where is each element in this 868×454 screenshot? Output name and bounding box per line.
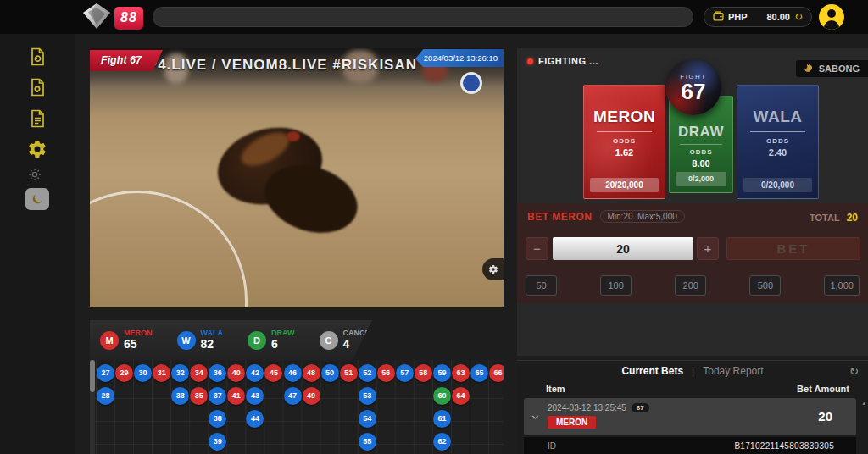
stat-count: 82 <box>201 338 224 351</box>
settings-gear-icon[interactable] <box>27 139 47 159</box>
currency-wallet[interactable]: PHP 80.00 ↻ <box>704 7 812 27</box>
bet-amount-input[interactable] <box>553 237 693 260</box>
avatar-head <box>827 9 836 18</box>
stat-cancel: CCANCEL4 <box>320 329 376 351</box>
result-circle-47: 47 <box>284 387 302 405</box>
result-circle-39: 39 <box>209 433 226 451</box>
result-circle-34: 34 <box>190 364 208 382</box>
total-value: 20 <box>847 212 858 224</box>
dark-theme-moon-icon[interactable] <box>25 188 49 210</box>
history-grid: 2728293031323334353637383940414243444546… <box>90 360 504 454</box>
bet-records-icon[interactable] <box>27 47 47 67</box>
wala-letter-icon: W <box>177 331 196 350</box>
refresh-balance-icon[interactable]: ↻ <box>794 12 803 22</box>
result-circle-33: 33 <box>171 387 189 405</box>
grid-scrollbar[interactable] <box>90 360 95 454</box>
result-circle-46: 46 <box>284 364 302 382</box>
tab-divider: | <box>692 365 694 377</box>
meron-odds: 1.62 <box>615 147 633 158</box>
meron-bet-card[interactable]: MERON ODDS 1.62 20/20,000 <box>583 85 665 199</box>
bets-tabs: Current Bets | Today Report <box>517 365 868 377</box>
bet-fight-number-chip: 67 <box>632 403 649 412</box>
result-circle-38: 38 <box>209 410 226 428</box>
result-circle-30: 30 <box>134 364 152 382</box>
bet-time: 2024-03-12 13:25:45 <box>548 403 626 412</box>
quick-chip-row: 501002005001,000 <box>517 275 868 296</box>
result-circle-31: 31 <box>153 364 170 382</box>
divider <box>597 131 652 132</box>
result-circle-63: 63 <box>452 364 470 382</box>
result-circle-61: 61 <box>433 410 451 428</box>
chip-1000[interactable]: 1,000 <box>824 275 860 296</box>
chevron-down-icon[interactable] <box>530 411 541 422</box>
result-circle-55: 55 <box>359 433 376 451</box>
cancel-letter-icon: C <box>320 331 338 350</box>
result-circle-58: 58 <box>415 364 432 382</box>
user-avatar-icon[interactable] <box>819 4 844 30</box>
stat-meron: MMERON65 <box>100 329 153 351</box>
tab-current-bets[interactable]: Current Bets <box>621 365 683 377</box>
chip-50[interactable]: 50 <box>526 275 557 296</box>
sidebar <box>0 34 75 454</box>
result-circle-64: 64 <box>452 387 470 405</box>
bets-column-headers: Item Bet Amount <box>546 384 849 394</box>
ds88-logo[interactable]: 88 <box>81 3 143 33</box>
result-circle-28: 28 <box>97 387 114 405</box>
chip-100[interactable]: 100 <box>600 275 632 296</box>
bet-row[interactable]: 2024-03-12 13:25:45 67 MERON 20 <box>524 398 856 435</box>
stat-count: 6 <box>271 338 295 351</box>
rules-icon[interactable] <box>27 108 47 129</box>
chip-200[interactable]: 200 <box>675 275 706 296</box>
bet-button[interactable]: BET <box>726 237 860 260</box>
bet-selection-line: BET MERON Min:20 Max:5,000 <box>527 210 685 223</box>
bet-time-line: 2024-03-12 13:25:45 67 <box>548 403 649 412</box>
fight-number: 67 <box>682 80 706 102</box>
topbar: 88 Welcome to DS88! Enjoy the best onlin… <box>0 0 868 34</box>
bet-total: TOTAL 20 <box>810 212 858 224</box>
result-circle-59: 59 <box>433 364 451 382</box>
result-circle-40: 40 <box>227 364 245 382</box>
live-video-player[interactable]: UCUP4.LIVE / VENOM8.LIVE #RISKISAN Fight… <box>90 48 504 307</box>
meron-title: MERON <box>593 108 655 126</box>
odds-label: ODDS <box>613 137 636 145</box>
status-dot-icon <box>527 58 533 64</box>
game-results-icon[interactable] <box>27 77 47 97</box>
tab-today-report[interactable]: Today Report <box>703 365 763 377</box>
bet-detail-row: ID B1710221145803839305 <box>524 437 856 454</box>
wala-title: WALA <box>754 108 803 126</box>
result-circle-36: 36 <box>209 364 226 382</box>
result-circle-42: 42 <box>246 364 264 382</box>
result-circle-44: 44 <box>246 410 264 428</box>
wala-bet-card[interactable]: WALA ODDS 2.40 0/20,000 <box>737 85 819 199</box>
bets-scroll-up-icon[interactable]: ▴ <box>862 400 865 407</box>
col-item: Item <box>546 384 565 394</box>
arena-line <box>90 191 248 307</box>
decrease-amount-button[interactable]: − <box>526 237 548 260</box>
video-settings-gear-icon[interactable] <box>482 258 504 280</box>
divider <box>750 131 805 132</box>
chip-500[interactable]: 500 <box>749 275 781 296</box>
stat-count: 65 <box>124 338 153 351</box>
wallet-icon <box>713 9 724 25</box>
result-circle-29: 29 <box>115 364 133 382</box>
draw-odds: 8.00 <box>692 158 709 169</box>
increase-amount-button[interactable]: + <box>697 237 719 260</box>
bet-id-value: B1710221145803839305 <box>734 441 834 451</box>
refresh-bets-icon[interactable]: ↻ <box>849 365 859 378</box>
result-circle-54: 54 <box>359 410 376 428</box>
game-badge: SABONG <box>796 60 868 77</box>
result-circle-35: 35 <box>190 387 208 405</box>
odds-label: ODDS <box>689 148 712 156</box>
current-bets-panel: Current Bets | Today Report ↻ Item Bet A… <box>517 360 868 454</box>
ds-diamond-icon <box>81 3 112 33</box>
logo-88-text: 88 <box>114 7 143 30</box>
light-theme-sun-icon[interactable] <box>28 168 47 186</box>
result-circle-50: 50 <box>321 364 339 382</box>
grid-scrollbar-thumb[interactable] <box>90 360 95 392</box>
history-stats: MMERON65WWALA82DDRAW6CCANCEL4 <box>90 320 372 360</box>
stat-draw: DDRAW6 <box>248 329 295 351</box>
bet-entry-zone: BET MERON Min:20 Max:5,000 TOTAL 20 − + … <box>517 203 868 303</box>
result-circle-37: 37 <box>209 387 226 405</box>
draw-pool: 0/2,000 <box>676 172 726 186</box>
result-circle-53: 53 <box>359 387 376 405</box>
